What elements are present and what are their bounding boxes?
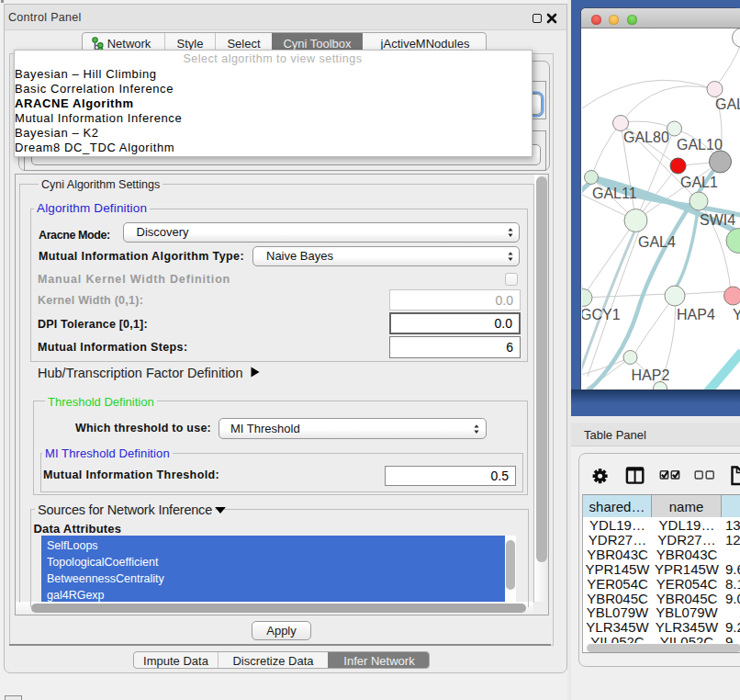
- svg-text:YMR: YMR: [733, 307, 740, 322]
- svg-text:HAP4: HAP4: [677, 307, 715, 322]
- svg-text:GAL10: GAL10: [677, 137, 723, 152]
- svg-text:GAL80: GAL80: [623, 130, 669, 145]
- svg-text:SWI4: SWI4: [700, 212, 735, 228]
- svg-text:GAL4: GAL4: [638, 234, 676, 250]
- svg-text:HAP2: HAP2: [632, 367, 670, 383]
- svg-text:GAL7: GAL7: [715, 96, 740, 112]
- svg-text:GAL1: GAL1: [680, 175, 718, 190]
- svg-text:GAL11: GAL11: [592, 186, 637, 201]
- svg-text:GCY1: GCY1: [582, 307, 621, 322]
